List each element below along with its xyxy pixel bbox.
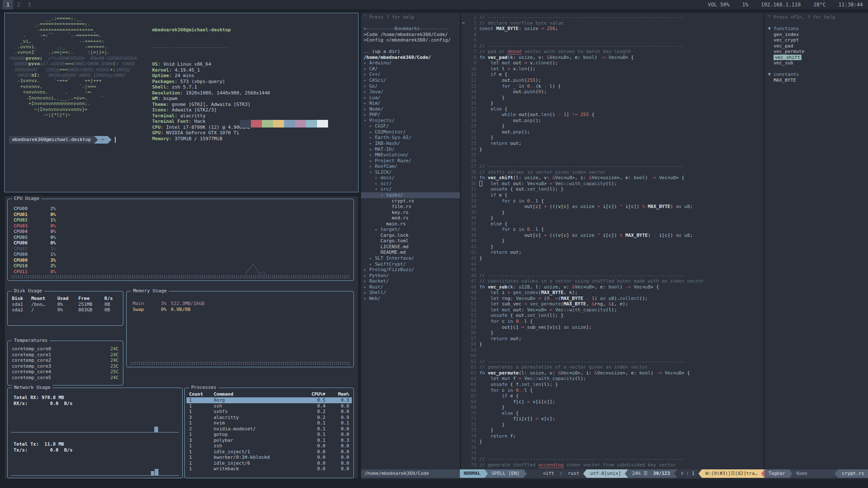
code-line-56[interactable]: 56 } xyxy=(461,330,763,336)
code-line-72[interactable]: 72 } xyxy=(461,422,763,428)
code-line-74[interactable]: 74 return f; xyxy=(461,433,763,439)
tree-dir-Node-[interactable]: ▸ Node/ xyxy=(361,106,460,112)
code-line-70[interactable]: 70 else { xyxy=(461,410,763,416)
code-line-52[interactable]: 52 let mut out: Vec<u8> = Vec::with_capa… xyxy=(461,307,763,313)
code-line-69[interactable]: 69 } xyxy=(461,405,763,410)
tree-dir-Rust-[interactable]: ▸ Rust/ xyxy=(361,284,460,290)
code-line-55[interactable]: 55 out[c] = sub_vec[v[c] as usize]; xyxy=(461,324,763,330)
code-line-76[interactable]: 76 xyxy=(461,445,763,451)
tree-line[interactable]: >Config </mbednarek360/.config/ xyxy=(361,37,460,43)
tree-dir-Projects-[interactable]: ▾ Projects/ xyxy=(361,118,460,124)
code-editor-pane[interactable]: 1// ------------------------------------… xyxy=(461,14,763,469)
process-table-header[interactable]: CountCommandCPU%▼Mem% xyxy=(189,391,349,397)
code-line-1[interactable]: 1// ------------------------------------… xyxy=(461,14,763,20)
code-line-16[interactable]: 16 } xyxy=(461,100,763,106)
code-line-77[interactable]: 77 xyxy=(461,451,763,457)
workspace-3[interactable]: 3 xyxy=(24,0,34,9)
code-line-44[interactable]: 44 xyxy=(461,261,763,267)
process-row[interactable]: 3polybar0.10.3 xyxy=(186,438,352,444)
code-line-9[interactable]: 9 let mut out = v.clone(); xyxy=(461,60,763,66)
workspace-1[interactable]: 1 xyxy=(3,0,13,9)
tagbar-tag-MAX_BYTE[interactable]: MAX_BYTE xyxy=(765,78,868,83)
code-line-53[interactable]: 53 unsafe { out.set_len(l); } xyxy=(461,313,763,319)
process-row[interactable]: 1idle_inject/60.00.0 xyxy=(186,460,352,466)
code-line-35[interactable]: 35 } xyxy=(461,210,763,216)
code-line-5[interactable]: 5 xyxy=(461,37,763,43)
tree-file-crypt-rs[interactable]: crypt.rs xyxy=(361,198,460,204)
code-line-41[interactable]: 41 } xyxy=(461,244,763,250)
code-line-57[interactable]: 57 return out; xyxy=(461,336,763,342)
process-row[interactable]: 1sshfs0.20.0 xyxy=(186,409,352,415)
tree-dir-Earth-Sys-AI-[interactable]: ▸ Earth-Sys-AI/ xyxy=(361,135,460,141)
process-row[interactable]: 1zsh0.00.0 xyxy=(186,443,352,449)
code-line-75[interactable]: 75} xyxy=(461,439,763,445)
process-row[interactable]: 1nvim0.10.1 xyxy=(186,420,352,426)
code-line-60[interactable]: 60 xyxy=(461,353,763,359)
code-line-67[interactable]: 67 if e { xyxy=(461,393,763,399)
code-line-33[interactable]: 33 for c in 0..l { xyxy=(461,198,763,204)
code-line-19[interactable]: 19 out.pop(); xyxy=(461,118,763,124)
code-line-47[interactable]: 47// substitutes values in a vector usin… xyxy=(461,278,763,284)
vim-terminal-window[interactable]: " Press ? for help >----------Bookmarks-… xyxy=(361,13,868,479)
process-row[interactable]: 1idle_inject/10.00.0 xyxy=(186,449,352,455)
process-row[interactable]: 1writeback0.00.0 xyxy=(186,466,352,472)
code-line-59[interactable]: 59 xyxy=(461,347,763,353)
tree-file-main-rs[interactable]: main.rs xyxy=(361,221,460,227)
tree-dir-MAT-IO-[interactable]: ▸ MAT-IO/ xyxy=(361,147,460,152)
code-line-2[interactable]: ~2// declare overflow byte value xyxy=(461,20,763,26)
tree-dir-Shell-[interactable]: ▸ Shell/ xyxy=(361,290,460,296)
code-line-30[interactable]: 30 let mut out: Vec<u8> = Vec::with_capa… xyxy=(461,181,763,187)
code-line-12[interactable]: 12 out.push(255); xyxy=(461,78,763,83)
code-line-66[interactable]: 66 for c in 0..l { xyxy=(461,388,763,394)
tree-dir-src-[interactable]: ▾ src/ xyxy=(361,186,460,192)
tree-dir-SwiftCrypt-[interactable]: ▸ SwiftCrypt/ xyxy=(361,261,460,267)
code-line-40[interactable]: 40 } xyxy=(461,238,763,244)
code-line-34[interactable]: 34 out[c] = (((v[c] as usize + i[c]) ^ i… xyxy=(461,204,763,210)
tree-dir-Prolog-FizzBuzz-[interactable]: ▸ Prolog/FizzBuzz/ xyxy=(361,267,460,273)
tree-dir-PHP-[interactable]: ▸ PHP/ xyxy=(361,112,460,118)
tree-dir-Racket-[interactable]: ▸ Racket/ xyxy=(361,278,460,284)
code-line-78[interactable]: 78// -----------------------------------… xyxy=(461,456,763,462)
code-line-61[interactable]: 61// -----------------------------------… xyxy=(461,359,763,365)
code-line-71[interactable]: 71 f[i[c]] = v[c]; xyxy=(461,416,763,422)
code-line-68[interactable]: 68 f[c] = v[i[c]]; xyxy=(461,399,763,405)
code-line-25[interactable]: 25 xyxy=(461,152,763,158)
code-line-58[interactable]: 58} xyxy=(461,341,763,347)
tree-dir-Nim-[interactable]: ▸ Nim/ xyxy=(361,100,460,106)
code-line-37[interactable]: 37 else { xyxy=(461,221,763,227)
code-line-54[interactable]: 54 for c in 0..l { xyxy=(461,319,763,324)
code-line-28[interactable]: 28// shifts values in vector given index… xyxy=(461,169,763,175)
code-line-20[interactable]: 20 } xyxy=(461,123,763,129)
code-line-23[interactable]: 23 return out; xyxy=(461,141,763,147)
code-line-51[interactable]: 51 let sub_vec = vec_permute(MAX_BYTE, &… xyxy=(461,301,763,307)
tree-line[interactable]: .. (up a dir) xyxy=(361,49,460,55)
workspace-2[interactable]: 2 xyxy=(13,0,24,9)
tree-dir-Project-Raze-[interactable]: ▸ Project Raze/ xyxy=(361,158,460,164)
tagbar-tag-gen_index[interactable]: gen_index xyxy=(765,32,868,38)
tree-dir-Python-[interactable]: ▸ Python/ xyxy=(361,273,460,279)
process-row[interactable]: 1Xorg0.50.3 xyxy=(186,397,352,403)
code-line-48[interactable]: 48fn vec_sub(k: u128, l: usize, v: &Vec<… xyxy=(461,284,763,290)
code-line-38[interactable]: 38 for c in 0..l { xyxy=(461,227,763,233)
tree-dir-SLICK-[interactable]: ▾ SLICK/ xyxy=(361,169,460,175)
tree-file-README-md[interactable]: README.md xyxy=(361,250,460,255)
code-line-27[interactable]: 27// -----------------------------------… xyxy=(461,164,763,169)
shell-prompt[interactable]: mbednarek360@michael-desktop ~ xyxy=(9,136,116,144)
code-line-4[interactable]: 4 xyxy=(461,32,763,38)
code-line-39[interactable]: 39 out[c] = (((v[c] as usize ^ i[c]) % M… xyxy=(461,233,763,238)
code-line-17[interactable]: 17 else { xyxy=(461,106,763,112)
code-line-32[interactable]: 32 if e { xyxy=(461,192,763,198)
code-line-73[interactable]: 73 } xyxy=(461,427,763,433)
code-line-6[interactable]: 6// ------------------------------------… xyxy=(461,43,763,49)
code-line-31[interactable]: 31 unsafe { out.set_len(l); } xyxy=(461,186,763,192)
tree-dir-Go-[interactable]: ▸ Go/ xyxy=(361,83,460,89)
tree-dir-Web-[interactable]: ▸ Web/ xyxy=(361,296,460,302)
tree-file-key-rs[interactable]: key.rs xyxy=(361,210,460,216)
tree-dir-docs-[interactable]: ▸ docs/ xyxy=(361,175,460,181)
tagbar-tag-vec_pad[interactable]: vec_pad xyxy=(765,43,868,49)
workspace-switcher[interactable]: 123 xyxy=(3,0,35,9)
code-line-18[interactable]: 18 while out[out.len() - 1] != 255 { xyxy=(461,112,763,118)
tree-dir-MNEvolution-[interactable]: ▸ MNEvolution/ xyxy=(361,152,460,158)
code-line-63[interactable]: 63fn vec_permute(l: usize, v: &Vec<u8>, … xyxy=(461,370,763,376)
tree-dir-scr-[interactable]: ▸ scr/ xyxy=(361,181,460,187)
